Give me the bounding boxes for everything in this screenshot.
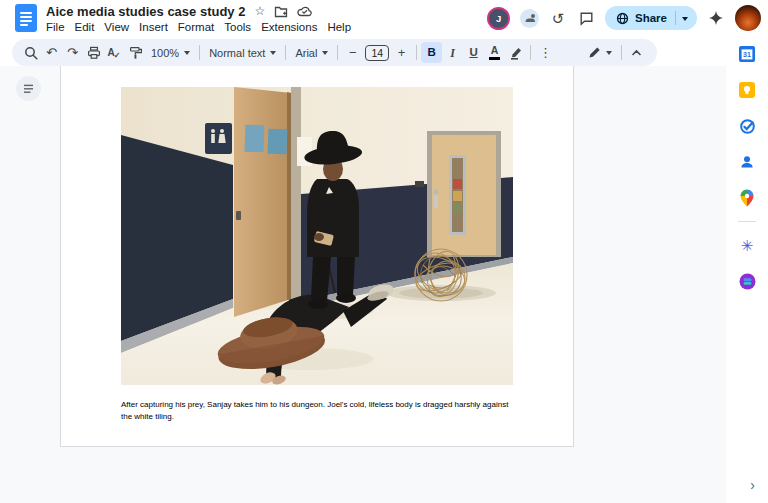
toolbar-divider bbox=[285, 45, 286, 60]
keep-icon[interactable] bbox=[738, 81, 756, 99]
menu-bar: File Edit View Insert Format Tools Exten… bbox=[46, 21, 351, 33]
share-dropdown-caret[interactable] bbox=[682, 17, 688, 24]
cloud-status-icon[interactable] bbox=[297, 5, 312, 17]
star-icon[interactable]: ☆ bbox=[254, 5, 265, 17]
version-history-icon[interactable]: ↺ bbox=[549, 9, 567, 27]
title-block: Aice media studies case study 2 ☆ File E… bbox=[46, 0, 351, 33]
profile-avatar[interactable] bbox=[735, 5, 761, 31]
toolbar-divider bbox=[530, 45, 531, 60]
addon-flower-icon[interactable]: ✳ bbox=[738, 236, 756, 254]
menu-edit[interactable]: Edit bbox=[75, 21, 95, 33]
menu-file[interactable]: File bbox=[46, 21, 65, 33]
tasks-icon[interactable] bbox=[738, 117, 756, 135]
paint-format-icon[interactable] bbox=[125, 42, 146, 63]
addon-purple-icon[interactable] bbox=[738, 272, 756, 290]
underline-button[interactable]: U bbox=[463, 42, 484, 63]
svg-text:31: 31 bbox=[743, 51, 751, 58]
share-label: Share bbox=[635, 12, 667, 24]
menu-insert[interactable]: Insert bbox=[139, 21, 168, 33]
toolbar-divider bbox=[199, 45, 200, 60]
image-caption[interactable]: After capturing his prey, Sanjay takes h… bbox=[121, 399, 513, 423]
side-panel-rail: 31 ✳ bbox=[726, 36, 768, 503]
menu-tools[interactable]: Tools bbox=[224, 21, 251, 33]
document-outline-button[interactable] bbox=[16, 76, 41, 101]
decrease-font-size-icon[interactable]: − bbox=[342, 42, 363, 63]
pen-icon bbox=[588, 46, 601, 59]
chevron-down-icon bbox=[606, 51, 612, 58]
toolbar-divider bbox=[621, 45, 622, 60]
toolbar-divider bbox=[337, 45, 338, 60]
increase-font-size-icon[interactable]: + bbox=[391, 42, 412, 63]
docs-logo-icon[interactable] bbox=[15, 4, 37, 32]
spellcheck-icon[interactable]: A✓ bbox=[104, 42, 125, 63]
paragraph-style-select[interactable]: Normal text bbox=[204, 42, 281, 63]
header-actions: J ↺ Share bbox=[487, 0, 761, 36]
italic-button[interactable]: I bbox=[442, 42, 463, 63]
google-docs-app: Aice media studies case study 2 ☆ File E… bbox=[0, 0, 768, 503]
toolbar: ↶ ↷ A✓ 100% Normal text Arial − 14 + B I… bbox=[12, 39, 657, 66]
document-image[interactable] bbox=[121, 87, 513, 385]
document-canvas: After capturing his prey, Sanjay takes h… bbox=[0, 66, 726, 503]
menu-extensions[interactable]: Extensions bbox=[261, 21, 317, 33]
show-side-panel-button[interactable]: › bbox=[750, 478, 755, 492]
menu-help[interactable]: Help bbox=[327, 21, 351, 33]
font-size-field[interactable]: 14 bbox=[365, 45, 389, 61]
move-folder-icon[interactable] bbox=[274, 5, 288, 18]
calendar-icon[interactable]: 31 bbox=[738, 45, 756, 63]
search-menus-icon[interactable] bbox=[20, 42, 41, 63]
zoom-select[interactable]: 100% bbox=[146, 42, 195, 63]
document-title[interactable]: Aice media studies case study 2 bbox=[46, 4, 245, 19]
redo-icon[interactable]: ↷ bbox=[62, 42, 83, 63]
more-options-icon[interactable]: ⋮ bbox=[535, 42, 556, 63]
share-button[interactable]: Share bbox=[605, 6, 697, 30]
menu-view[interactable]: View bbox=[104, 21, 129, 33]
anonymous-viewer-icon[interactable] bbox=[520, 9, 539, 28]
hide-menus-icon[interactable] bbox=[626, 42, 647, 63]
gemini-icon[interactable] bbox=[707, 9, 725, 27]
text-color-swatch bbox=[489, 57, 500, 60]
chevron-down-icon bbox=[184, 51, 190, 58]
share-divider bbox=[675, 11, 676, 25]
chevron-down-icon bbox=[322, 51, 328, 58]
globe-icon bbox=[616, 12, 629, 25]
font-select[interactable]: Arial bbox=[290, 42, 333, 63]
comments-icon[interactable] bbox=[577, 9, 595, 27]
undo-icon[interactable]: ↶ bbox=[41, 42, 62, 63]
editing-mode-select[interactable] bbox=[583, 42, 617, 63]
document-page[interactable]: After capturing his prey, Sanjay takes h… bbox=[60, 66, 574, 447]
highlight-color-icon[interactable] bbox=[505, 42, 526, 63]
maps-icon[interactable] bbox=[738, 189, 756, 207]
chevron-down-icon bbox=[270, 51, 276, 58]
header: Aice media studies case study 2 ☆ File E… bbox=[0, 0, 768, 36]
collaborator-avatar[interactable]: J bbox=[487, 7, 510, 30]
menu-format[interactable]: Format bbox=[178, 21, 214, 33]
text-color-button[interactable]: A bbox=[484, 42, 505, 63]
bold-button[interactable]: B bbox=[421, 42, 442, 63]
hallway-photo-illustration bbox=[121, 87, 513, 385]
toolbar-divider bbox=[416, 45, 417, 60]
rail-divider bbox=[738, 221, 756, 222]
print-icon[interactable] bbox=[83, 42, 104, 63]
contacts-icon[interactable] bbox=[738, 153, 756, 171]
